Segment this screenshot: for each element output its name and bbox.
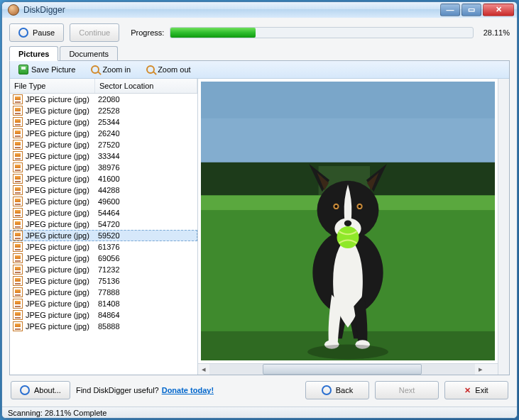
picture-toolbar: Save Picture Zoom in Zoom out: [10, 61, 509, 79]
table-row[interactable]: JPEG picture (jpg)54464: [10, 207, 197, 219]
file-list[interactable]: JPEG picture (jpg)22080JPEG picture (jpg…: [10, 94, 197, 375]
cell-sector: 27520: [98, 140, 195, 149]
table-row[interactable]: JPEG picture (jpg)44288: [10, 184, 197, 196]
file-icon: [13, 310, 23, 320]
table-row[interactable]: JPEG picture (jpg)85888: [10, 321, 197, 332]
file-icon: [13, 140, 23, 150]
list-header[interactable]: File Type Sector Location: [10, 79, 197, 94]
donate-link[interactable]: Donate today!: [162, 386, 214, 394]
table-row[interactable]: JPEG picture (jpg)49600: [10, 196, 197, 207]
preview-image: [201, 82, 495, 360]
cell-sector: 25344: [98, 118, 195, 126]
table-row[interactable]: JPEG picture (jpg)61376: [10, 241, 197, 253]
cell-filetype: JPEG picture (jpg): [26, 209, 98, 217]
next-button[interactable]: Next: [375, 381, 439, 399]
cell-filetype: JPEG picture (jpg): [26, 175, 98, 183]
maximize-button[interactable]: ▭: [461, 4, 481, 16]
table-row[interactable]: JPEG picture (jpg)84864: [10, 309, 197, 321]
table-row[interactable]: JPEG picture (jpg)38976: [10, 162, 197, 173]
preview-vscrollbar[interactable]: [498, 79, 509, 375]
close-button[interactable]: ✕: [483, 4, 514, 16]
preview-hscrollbar[interactable]: ◂ ▸: [198, 363, 486, 375]
cell-sector: 49600: [98, 197, 195, 206]
table-row[interactable]: JPEG picture (jpg)27520: [10, 139, 197, 150]
status-text: Scanning: 28.11% Complete: [8, 409, 106, 417]
cell-filetype: JPEG picture (jpg): [26, 299, 98, 308]
exit-button[interactable]: ✕ Exit: [444, 381, 508, 399]
cell-filetype: JPEG picture (jpg): [26, 106, 98, 115]
progress-percent: 28.11%: [484, 28, 510, 37]
preview-canvas[interactable]: [198, 79, 498, 363]
cell-filetype: JPEG picture (jpg): [26, 220, 98, 228]
table-row[interactable]: JPEG picture (jpg)69056: [10, 253, 197, 264]
table-row[interactable]: JPEG picture (jpg)22080: [10, 94, 197, 105]
continue-button[interactable]: Continue: [70, 23, 119, 42]
cell-filetype: JPEG picture (jpg): [26, 231, 98, 240]
col-sector[interactable]: Sector Location: [95, 79, 197, 93]
cell-sector: 85888: [98, 322, 195, 331]
cell-filetype: JPEG picture (jpg): [26, 118, 98, 126]
preview-panel: ◂ ▸: [198, 79, 498, 375]
file-icon: [13, 321, 23, 331]
cell-filetype: JPEG picture (jpg): [26, 140, 98, 149]
app-title: DiskDigger: [23, 5, 65, 15]
scroll-left-icon[interactable]: ◂: [198, 364, 209, 375]
progress-label: Progress:: [131, 28, 164, 37]
svg-point-14: [334, 205, 337, 208]
table-row[interactable]: JPEG picture (jpg)26240: [10, 128, 197, 139]
exit-icon: ✕: [464, 386, 471, 395]
zoom-in-button[interactable]: Zoom in: [88, 64, 133, 75]
zoom-in-icon: [91, 65, 99, 74]
table-row[interactable]: JPEG picture (jpg)59520: [10, 230, 197, 241]
table-row[interactable]: JPEG picture (jpg)33344: [10, 150, 197, 162]
cell-sector: 59520: [98, 231, 195, 240]
file-icon: [13, 299, 23, 309]
table-row[interactable]: JPEG picture (jpg)81408: [10, 298, 197, 309]
useful-text: Find DiskDigger useful?: [76, 386, 159, 394]
table-row[interactable]: JPEG picture (jpg)77888: [10, 287, 197, 298]
cell-filetype: JPEG picture (jpg): [26, 277, 98, 285]
table-row[interactable]: JPEG picture (jpg)41600: [10, 173, 197, 184]
cell-sector: 71232: [98, 265, 195, 274]
cell-filetype: JPEG picture (jpg): [26, 152, 98, 160]
table-row[interactable]: JPEG picture (jpg)71232: [10, 264, 197, 275]
file-icon: [13, 185, 23, 195]
file-icon: [13, 128, 23, 138]
info-icon: [20, 385, 30, 395]
save-picture-button[interactable]: Save Picture: [16, 63, 78, 76]
table-row[interactable]: JPEG picture (jpg)54720: [10, 219, 197, 230]
cell-sector: 26240: [98, 129, 195, 138]
table-row[interactable]: JPEG picture (jpg)75136: [10, 275, 197, 287]
minimize-button[interactable]: —: [440, 4, 460, 16]
tab-pictures[interactable]: Pictures: [9, 46, 58, 61]
titlebar[interactable]: DiskDigger — ▭ ✕: [2, 2, 517, 18]
cell-filetype: JPEG picture (jpg): [26, 197, 98, 206]
cell-sector: 41600: [98, 175, 195, 183]
zoom-out-button[interactable]: Zoom out: [143, 64, 193, 75]
file-icon: [13, 253, 23, 263]
cell-sector: 33344: [98, 152, 195, 160]
tab-documents[interactable]: Documents: [60, 46, 118, 60]
pause-icon: [18, 28, 28, 38]
pause-button[interactable]: Pause: [9, 23, 64, 42]
table-row[interactable]: JPEG picture (jpg)25344: [10, 116, 197, 128]
cell-sector: 22528: [98, 106, 195, 115]
table-row[interactable]: JPEG picture (jpg)22528: [10, 105, 197, 116]
svg-point-16: [344, 220, 351, 226]
bottom-bar: About... Find DiskDigger useful? Donate …: [9, 375, 510, 404]
split-pane: File Type Sector Location JPEG picture (…: [10, 79, 509, 375]
svg-point-17: [337, 226, 359, 248]
about-button[interactable]: About...: [11, 381, 70, 399]
cell-filetype: JPEG picture (jpg): [26, 322, 98, 331]
col-filetype[interactable]: File Type: [10, 79, 95, 93]
file-icon: [13, 208, 23, 218]
cell-sector: 75136: [98, 277, 195, 285]
cell-sector: 81408: [98, 299, 195, 308]
cell-filetype: JPEG picture (jpg): [26, 163, 98, 172]
file-icon: [13, 151, 23, 161]
scroll-right-icon[interactable]: ▸: [475, 364, 486, 375]
file-icon: [13, 242, 23, 252]
back-button[interactable]: Back: [305, 381, 369, 399]
cell-filetype: JPEG picture (jpg): [26, 254, 98, 262]
cell-filetype: JPEG picture (jpg): [26, 129, 98, 138]
